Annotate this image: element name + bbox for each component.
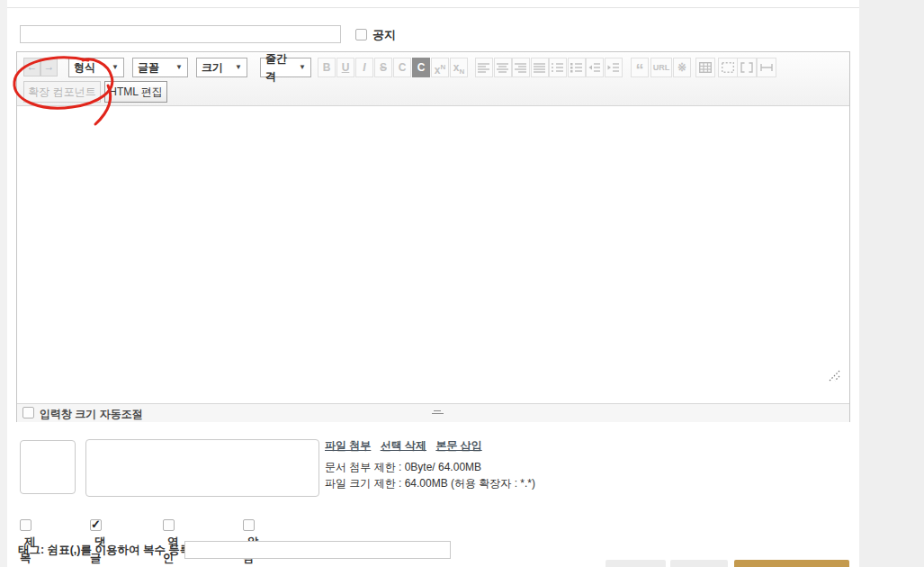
size-select[interactable]: 크기▼: [196, 58, 247, 77]
align-right-icon: [515, 62, 527, 73]
html-editor-button[interactable]: HTML 편집기: [104, 81, 167, 103]
indent-button[interactable]: [605, 58, 623, 77]
attachment-list-box: [85, 439, 319, 497]
subscript-mark: N: [459, 68, 464, 76]
italic-button[interactable]: I: [355, 58, 373, 77]
submit-button[interactable]: [734, 560, 849, 567]
bold-button[interactable]: B: [318, 58, 336, 77]
allow-trackback-checkbox[interactable]: [163, 519, 175, 531]
chevron-down-icon: ▼: [299, 58, 306, 76]
left-margin: [0, 0, 7, 567]
title-input[interactable]: [20, 25, 341, 43]
justify-icon: [534, 62, 546, 73]
subscript-button[interactable]: xN: [450, 58, 468, 77]
merge-cells-button[interactable]: [737, 58, 757, 77]
insert-table-button[interactable]: [695, 58, 715, 77]
justify-button[interactable]: [531, 58, 549, 77]
editor-footer-bar: 입력창 크기 자동조절: [17, 403, 849, 422]
font-select-label: 글꼴: [138, 58, 159, 76]
line-height-select[interactable]: 줄간격▼: [260, 58, 311, 77]
attachment-preview-box: [20, 440, 76, 494]
doc-attach-limit-text: 문서 첨부 제한 : 0Byte/ 64.00MB: [325, 461, 481, 473]
ordered-list-button[interactable]: [549, 58, 567, 77]
size-select-label: 크기: [202, 58, 223, 76]
outdent-button[interactable]: [586, 58, 604, 77]
split-row-icon: [760, 62, 773, 73]
superscript-button[interactable]: xN: [431, 58, 449, 77]
outdent-icon: [588, 62, 601, 73]
format-select[interactable]: 형식▼: [68, 58, 124, 77]
split-row-button[interactable]: [757, 58, 776, 77]
strikethrough-button[interactable]: S: [374, 58, 392, 77]
autoresize-label: 입력창 크기 자동조절: [40, 408, 143, 420]
undo-button[interactable]: ←: [23, 58, 40, 76]
insert-into-body-link[interactable]: 본문 삽입: [435, 439, 481, 452]
ordered-list-icon: [552, 62, 564, 73]
align-center-icon: [497, 62, 509, 73]
chevron-down-icon: ▼: [235, 58, 242, 76]
editor-resize-handle[interactable]: [431, 410, 444, 417]
background-color-button[interactable]: C: [412, 58, 430, 77]
resize-grip-icon[interactable]: [827, 368, 842, 383]
format-select-label: 형식: [74, 58, 95, 76]
editor-content-area[interactable]: [17, 106, 849, 403]
post-editor-page: 공지 ← → 형식▼ 글꼴▼ 크기▼ 줄간격▼ B U I S C C xN x…: [0, 0, 924, 567]
line-height-select-label: 줄간격: [265, 50, 293, 86]
file-size-limit-text: 파일 크기 제한 : 64.00MB (허용 확장자 : *.*): [325, 477, 535, 490]
notice-label: 공지: [372, 29, 396, 41]
redo-button[interactable]: →: [40, 58, 58, 76]
editor-container: ← → 형식▼ 글꼴▼ 크기▼ 줄간격▼ B U I S C C xN xN “…: [16, 51, 850, 422]
save-draft-button[interactable]: 임시 저장: [606, 560, 666, 567]
cell-properties-button[interactable]: [718, 58, 738, 77]
special-char-button[interactable]: ※: [673, 58, 691, 77]
attachment-links: 파일 첨부 선택 삭제 본문 삽입: [325, 439, 489, 452]
align-left-button[interactable]: [475, 58, 493, 77]
preview-button[interactable]: 미리 보기: [670, 560, 728, 567]
tag-input[interactable]: [184, 541, 451, 559]
align-left-icon: [478, 62, 490, 73]
notice-checkbox[interactable]: [355, 29, 367, 40]
align-right-button[interactable]: [512, 58, 530, 77]
align-center-button[interactable]: [494, 58, 512, 77]
font-select[interactable]: 글꼴▼: [132, 58, 188, 77]
delete-selected-link[interactable]: 선택 삭제: [381, 439, 426, 452]
text-color-button[interactable]: C: [393, 58, 411, 77]
redo-icon: →: [44, 60, 55, 73]
chevron-down-icon: ▼: [175, 58, 183, 76]
underline-button[interactable]: U: [336, 58, 354, 77]
url-button[interactable]: URL: [650, 58, 672, 77]
indent-icon: [607, 62, 620, 73]
superscript-mark: N: [440, 63, 445, 71]
merge-cells-icon: [740, 62, 753, 73]
table-icon: [699, 62, 712, 73]
cell-dashed-icon: [722, 62, 734, 73]
unordered-list-icon: [570, 62, 583, 73]
undo-icon: ←: [27, 60, 38, 73]
allow-comments-checkbox[interactable]: [90, 519, 102, 531]
unordered-list-button[interactable]: [568, 58, 586, 77]
chevron-down-icon: ▼: [112, 58, 119, 76]
notify-checkbox[interactable]: [243, 519, 255, 531]
extension-components-button[interactable]: 확장 컴포넌트: [23, 81, 101, 103]
title-bold-checkbox[interactable]: [20, 519, 31, 531]
quote-button[interactable]: “: [631, 58, 649, 77]
right-margin: [859, 0, 924, 567]
editor-toolbar: ← → 형식▼ 글꼴▼ 크기▼ 줄간격▼ B U I S C C xN xN “…: [17, 52, 849, 106]
top-divider: [7, 7, 859, 8]
autoresize-checkbox[interactable]: [22, 407, 34, 418]
attach-file-link[interactable]: 파일 첨부: [325, 439, 371, 452]
tag-label: 태그: 쉼표(,)를 이용하여 복수 등록: [18, 544, 191, 557]
